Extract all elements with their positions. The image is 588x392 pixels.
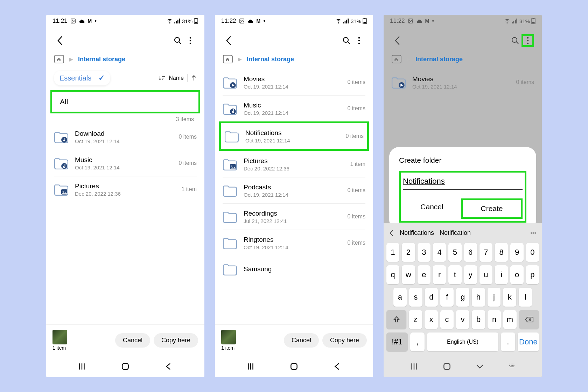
dialog-create-button[interactable]: Create [461, 198, 523, 219]
recents-button[interactable] [77, 362, 86, 371]
folder-row[interactable]: MusicOct 19, 2021 12:140 items [54, 150, 197, 176]
search-button[interactable] [340, 34, 353, 47]
more-suggestions-icon[interactable]: ••• [530, 230, 536, 236]
home-icon[interactable] [54, 55, 64, 64]
key-x[interactable]: x [425, 310, 438, 329]
cancel-button[interactable]: Cancel [284, 333, 319, 348]
cancel-button[interactable]: Cancel [115, 333, 150, 348]
key-5[interactable]: 5 [448, 243, 461, 262]
key-n[interactable]: n [488, 310, 501, 329]
key-i[interactable]: i [495, 265, 508, 284]
key-c[interactable]: c [440, 310, 454, 329]
key-l[interactable]: l [519, 288, 532, 307]
suggestion-1[interactable]: Notifications [400, 229, 434, 237]
key-3[interactable]: 3 [418, 243, 430, 262]
key-8[interactable]: 8 [495, 243, 508, 262]
clipboard-thumb[interactable]: 1 item [52, 330, 67, 351]
keyboard-down-button[interactable] [475, 362, 484, 371]
recents-button[interactable] [246, 362, 255, 371]
home-icon[interactable] [223, 55, 233, 64]
key-p[interactable]: p [526, 265, 539, 284]
folder-row[interactable]: MoviesOct 19, 2021 12:140 items [223, 69, 365, 95]
key-s[interactable]: s [409, 288, 422, 307]
folder-row[interactable]: RingtonesOct 19, 2021 12:140 items [223, 230, 365, 256]
breadcrumb-link[interactable]: Internal storage [78, 56, 125, 63]
key-4[interactable]: 4 [433, 243, 446, 262]
folder-row[interactable]: PicturesDec 20, 2022 12:361 item [223, 151, 365, 177]
key-h[interactable]: h [472, 288, 485, 307]
folder-row[interactable]: PodcastsOct 19, 2021 12:140 items [223, 177, 365, 203]
key-k[interactable]: k [503, 288, 516, 307]
keyboard-grid-icon[interactable] [508, 364, 516, 369]
sort-label[interactable]: Name [169, 75, 184, 81]
key-0[interactable]: 0 [526, 243, 539, 262]
key-m[interactable]: m [503, 310, 517, 329]
bottom-bar: 1 item Cancel Copy here [215, 324, 373, 356]
home-button[interactable] [121, 362, 130, 371]
more-button[interactable] [184, 34, 197, 47]
arrow-up-icon[interactable] [191, 75, 197, 81]
key-a[interactable]: a [393, 288, 407, 307]
folder-row[interactable]: MusicOct 19, 2021 12:140 items [223, 95, 365, 121]
key-e[interactable]: e [418, 265, 430, 284]
key-2[interactable]: 2 [402, 243, 415, 262]
key-6[interactable]: 6 [464, 243, 477, 262]
search-button[interactable] [509, 34, 522, 47]
key-7[interactable]: 7 [479, 243, 492, 262]
key-b[interactable]: b [472, 310, 485, 329]
symbols-key[interactable]: !#1 [386, 332, 408, 351]
back-button[interactable] [223, 34, 235, 47]
key-g[interactable]: g [456, 288, 469, 307]
dialog-cancel-button[interactable]: Cancel [403, 198, 461, 219]
copy-here-button[interactable]: Copy here [154, 333, 198, 348]
back-nav-button[interactable] [164, 362, 173, 371]
folder-row[interactable]: RecordingsJul 21, 2022 12:410 items [223, 203, 365, 230]
home-icon[interactable] [391, 55, 402, 64]
recents-button[interactable] [410, 362, 419, 371]
key-q[interactable]: q [386, 265, 399, 284]
key-o[interactable]: o [510, 265, 523, 284]
folder-row[interactable]: Samsung [223, 256, 365, 282]
shift-key[interactable] [386, 310, 406, 329]
key-u[interactable]: u [479, 265, 492, 284]
key-w[interactable]: w [402, 265, 415, 284]
chevron-left-icon[interactable] [389, 230, 394, 237]
sort-icon[interactable] [159, 75, 165, 81]
key-9[interactable]: 9 [510, 243, 523, 262]
key-j[interactable]: j [488, 288, 501, 307]
folder-row[interactable]: MoviesOct 19, 2021 12:140 items [391, 69, 534, 95]
copy-here-button[interactable]: Copy here [322, 333, 367, 348]
back-button[interactable] [54, 34, 66, 47]
backspace-key[interactable] [519, 310, 539, 329]
space-key[interactable]: English (US) [427, 332, 498, 351]
done-key[interactable]: Done [518, 332, 539, 351]
search-button[interactable] [172, 34, 184, 47]
comma-key[interactable]: , [410, 332, 425, 351]
key-r[interactable]: r [433, 265, 446, 284]
key-f[interactable]: f [440, 288, 454, 307]
home-button[interactable] [289, 362, 299, 371]
key-t[interactable]: t [448, 265, 461, 284]
folder-row[interactable]: DownloadOct 19, 2021 12:140 items [54, 124, 197, 150]
dot-icon: • [263, 18, 265, 24]
more-button[interactable] [522, 34, 534, 47]
breadcrumb-link[interactable]: Internal storage [247, 56, 294, 63]
more-button[interactable] [353, 34, 365, 47]
key-d[interactable]: d [425, 288, 438, 307]
breadcrumb-link[interactable]: Internal storage [415, 56, 463, 63]
suggestion-2[interactable]: Notification [440, 229, 471, 237]
key-1[interactable]: 1 [386, 243, 399, 262]
filter-chip[interactable]: Essentials ✓ [54, 71, 110, 85]
folder-row[interactable]: NotificationsOct 19, 2021 12:140 items [219, 121, 369, 151]
back-button[interactable] [391, 34, 404, 47]
key-y[interactable]: y [464, 265, 477, 284]
back-nav-button[interactable] [333, 362, 342, 371]
filter-all-option[interactable]: All [50, 90, 200, 113]
home-button[interactable] [442, 362, 451, 371]
key-v[interactable]: v [456, 310, 469, 329]
folder-name-input[interactable] [403, 175, 523, 190]
folder-row[interactable]: PicturesDec 20, 2022 12:361 item [54, 176, 197, 202]
period-key[interactable]: . [501, 332, 515, 351]
clipboard-thumb[interactable]: 1 item [221, 330, 236, 351]
key-z[interactable]: z [409, 310, 422, 329]
